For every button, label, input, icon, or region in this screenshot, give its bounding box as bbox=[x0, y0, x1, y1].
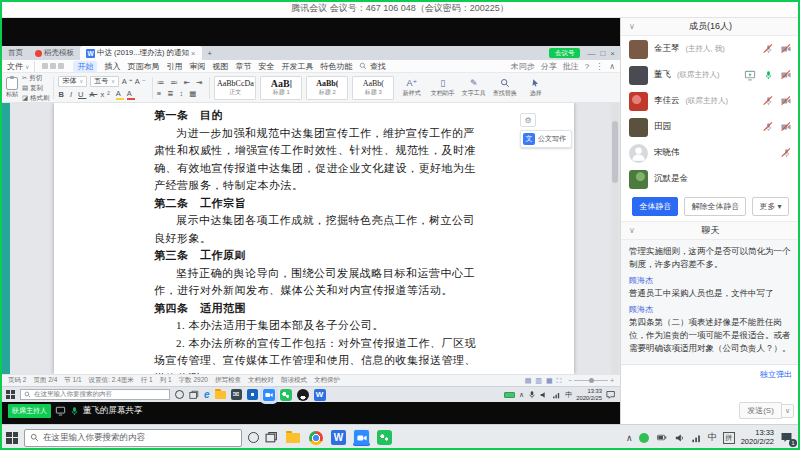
tab-document[interactable]: W 中达 (2019...理办法) 的通知 × bbox=[80, 46, 202, 60]
menu-dev-tools[interactable]: 开发工具 bbox=[281, 61, 313, 72]
meeting-overlay-pill[interactable]: 会议号 bbox=[549, 48, 581, 58]
format-brush-button[interactable]: ◪ 格式刷 bbox=[22, 94, 49, 102]
cortana-icon[interactable] bbox=[248, 432, 259, 443]
number-list-button[interactable]: ≕ bbox=[170, 78, 181, 87]
menu-home[interactable]: 开始 bbox=[73, 61, 97, 72]
language-indicator[interactable]: 中 bbox=[708, 431, 717, 444]
start-button[interactable] bbox=[6, 432, 18, 444]
taskbar-search-box[interactable]: 在这里输入你要搜索的内容 bbox=[24, 429, 242, 447]
mic-off-icon[interactable] bbox=[762, 95, 774, 107]
action-center-icon[interactable]: 1 bbox=[780, 431, 794, 445]
mic-off-icon[interactable] bbox=[780, 147, 792, 159]
edge-icon[interactable]: e bbox=[204, 389, 210, 400]
notification-icon[interactable] bbox=[606, 390, 616, 399]
align-left-button[interactable]: ≡ bbox=[157, 89, 164, 98]
comment-button[interactable]: 批注 bbox=[563, 61, 579, 72]
member-row[interactable]: 董飞 (联席主持人) bbox=[621, 62, 800, 88]
camera-off-icon[interactable] bbox=[780, 95, 792, 107]
italic-button[interactable]: I bbox=[70, 90, 75, 99]
popout-chat-link[interactable]: 独立弹出 bbox=[760, 369, 792, 380]
member-row[interactable]: 金王琴 (主持人, 我) bbox=[621, 36, 800, 62]
tab-docer[interactable]: 稻壳模板 bbox=[29, 46, 80, 60]
tray-chevron-icon[interactable]: ∧ bbox=[519, 391, 524, 399]
menu-find[interactable]: 查找 bbox=[359, 61, 385, 72]
view-outline-icon[interactable]: ▦ bbox=[546, 377, 553, 385]
member-row[interactable]: 田园 bbox=[621, 114, 800, 140]
strikethrough-button[interactable]: A bbox=[89, 90, 97, 99]
mic-icon[interactable] bbox=[528, 390, 536, 399]
send-button[interactable]: 发送(S) bbox=[739, 402, 782, 419]
help-icon[interactable]: ? bbox=[585, 62, 589, 71]
select-button[interactable]: 选择 bbox=[522, 78, 549, 98]
language-indicator[interactable]: 中 bbox=[565, 390, 572, 400]
document-scrollbar[interactable] bbox=[611, 103, 619, 374]
indent-increase-button[interactable]: ⇥ bbox=[196, 78, 205, 87]
more-button[interactable]: 更多 ▾ bbox=[752, 197, 788, 216]
indent-decrease-button[interactable]: ⇤ bbox=[184, 78, 193, 87]
view-print-layout-icon[interactable]: ▤ bbox=[525, 377, 532, 385]
bullet-list-button[interactable]: ≔ bbox=[157, 78, 168, 87]
doc-assistant-button[interactable]: ▯ 文档助手 bbox=[429, 78, 456, 98]
status-word-count[interactable]: 字数 2920 bbox=[179, 376, 208, 385]
speaker-icon[interactable] bbox=[675, 433, 685, 443]
font-name-select[interactable]: 宋体∨ bbox=[58, 76, 87, 87]
menu-review[interactable]: 审阅 bbox=[189, 61, 205, 72]
style-heading-3[interactable]: AaBb( 标题 3 bbox=[352, 76, 394, 100]
file-menu[interactable]: 文件 ∨ bbox=[7, 61, 35, 72]
tencent-meeting-icon[interactable] bbox=[353, 429, 370, 446]
menu-view[interactable]: 视图 bbox=[212, 61, 228, 72]
wps-icon[interactable]: W bbox=[314, 389, 326, 401]
ime-mode-icon[interactable]: 拼 bbox=[723, 432, 735, 444]
remote-search-box[interactable]: 在这里输入你要搜索的内容 bbox=[20, 389, 170, 400]
find-replace-button[interactable]: 查找替换 bbox=[491, 78, 518, 98]
mic-off-icon[interactable] bbox=[762, 121, 774, 133]
style-body-text[interactable]: AaBbCcDa 正文 bbox=[214, 76, 256, 100]
fullscreen-icon[interactable]: ⛶ bbox=[557, 377, 562, 385]
menu-references[interactable]: 引用 bbox=[166, 61, 182, 72]
menu-insert[interactable]: 插入 bbox=[104, 61, 120, 72]
minimize-button[interactable]: — bbox=[587, 49, 595, 58]
collapse-ribbon-icon[interactable]: ∧ bbox=[609, 62, 615, 71]
chat-messages[interactable]: 管理实施细则，这两个是否可以简化为一个制度，许多内容差不多。 顾海杰 普通员工中… bbox=[621, 240, 800, 364]
quick-access-icons[interactable] bbox=[42, 62, 66, 71]
cortana-icon[interactable] bbox=[175, 390, 184, 399]
clock[interactable]: 13:33 2020/2/22 bbox=[741, 429, 774, 446]
text-tools-button[interactable]: ✎ 文字工具 bbox=[460, 78, 487, 98]
style-heading-2[interactable]: AaBb( 标题 2 bbox=[306, 76, 348, 100]
superscript-button[interactable]: x² bbox=[100, 90, 112, 99]
view-web-layout-icon[interactable]: ▥ bbox=[535, 377, 542, 385]
mail-icon[interactable]: ✉ bbox=[231, 389, 242, 400]
cut-button[interactable]: ✂ 剪切 bbox=[22, 74, 49, 82]
official-doc-writer-button[interactable]: 文 公文写作 bbox=[520, 130, 572, 148]
camera-off-icon[interactable] bbox=[780, 43, 792, 55]
style-heading-1[interactable]: AaB| 标题 1 bbox=[260, 76, 302, 100]
menu-security[interactable]: 安全 bbox=[258, 61, 274, 72]
zoom-knob[interactable] bbox=[589, 378, 594, 383]
bold-button[interactable]: B bbox=[58, 90, 66, 99]
qq-icon[interactable] bbox=[297, 389, 309, 401]
remote-start-button[interactable] bbox=[6, 390, 15, 399]
status-proofread[interactable]: 文档校对 bbox=[248, 376, 274, 385]
font-color-button[interactable]: A bbox=[127, 89, 135, 100]
camera-off-icon[interactable] bbox=[780, 121, 792, 133]
mic-off-icon[interactable] bbox=[762, 43, 774, 55]
cloud-sync-status[interactable]: 未同步 bbox=[511, 61, 535, 72]
underline-button[interactable]: U bbox=[78, 90, 86, 99]
member-row[interactable]: 宋晓伟 bbox=[621, 140, 800, 166]
status-spellcheck[interactable]: 拼写检查 bbox=[215, 376, 241, 385]
battery-icon[interactable] bbox=[655, 433, 669, 442]
scrollbar-thumb[interactable] bbox=[612, 121, 618, 183]
task-view-icon[interactable] bbox=[189, 390, 199, 400]
file-explorer-icon[interactable] bbox=[284, 429, 301, 446]
document-page[interactable]: 第一条 目的 为进一步加强和规范中达集团宣传工作，维护宣传工作的严肃性和权威性，… bbox=[54, 103, 574, 374]
highlight-color-button[interactable]: A bbox=[116, 89, 124, 100]
network-signal-icon[interactable] bbox=[691, 433, 702, 443]
shading-button[interactable]: ▦ bbox=[189, 89, 199, 98]
speaker-icon[interactable] bbox=[540, 391, 548, 399]
align-center-button[interactable]: ≣ bbox=[167, 89, 176, 98]
wechat-icon[interactable] bbox=[280, 389, 292, 401]
app-icon[interactable] bbox=[247, 389, 258, 400]
zoom-slider[interactable]: − + bbox=[568, 377, 614, 384]
menu-section[interactable]: 章节 bbox=[235, 61, 251, 72]
file-explorer-icon[interactable] bbox=[215, 391, 226, 399]
